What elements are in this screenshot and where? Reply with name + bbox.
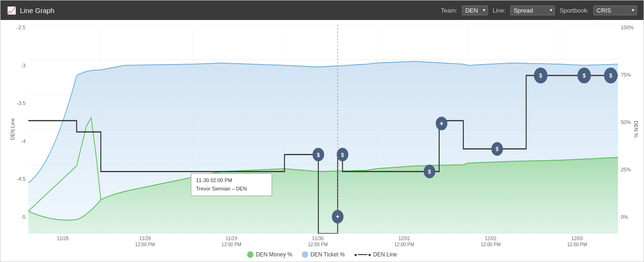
x-label-0: 11/28 — [57, 236, 69, 248]
header-left: 📈 Line Graph — [7, 6, 54, 15]
y-right-value-1: 100% — [621, 25, 634, 30]
chart-body: -2.5 -3 -3.5 -4 -4.5 -5 DEN Line — [0, 25, 644, 234]
x-label-2: 11/29 12:00 PM — [221, 236, 241, 248]
legend-item-ticket: DEN Ticket % — [302, 251, 345, 258]
line-select[interactable]: Spread Moneyline Over/Under — [510, 6, 555, 15]
legend-item-line: ◆ ◆ DEN Line — [354, 251, 397, 258]
y-left-value-4: -4 — [21, 138, 26, 144]
y-left-value-1: -2.5 — [17, 25, 26, 30]
y-right-value-4: 25% — [621, 167, 631, 172]
page-title: Line Graph — [20, 7, 54, 14]
team-select[interactable]: DEN OPP — [462, 6, 488, 15]
svg-text:$: $ — [583, 72, 585, 79]
legend-line-icon: ◆ ◆ — [354, 253, 371, 257]
legend-label-line: DEN Line — [373, 251, 397, 258]
x-axis: 11/28 11/28 12:00 PM 11/29 12:00 PM 11/3… — [0, 234, 644, 249]
legend-label-ticket: DEN Ticket % — [311, 251, 345, 258]
chart-area: -2.5 -3 -3.5 -4 -4.5 -5 DEN Line — [0, 20, 644, 262]
y-left-value-3: -3.5 — [17, 100, 26, 106]
svg-text:$: $ — [341, 151, 344, 158]
legend-label-money: DEN Money % — [256, 251, 293, 258]
x-label-3: 11/30 12:00 PM — [308, 236, 328, 248]
sportbook-label: Sportbook: — [559, 7, 589, 14]
chart-icon: 📈 — [7, 6, 16, 15]
y-left-value-2: -3 — [21, 63, 26, 68]
y-right-value-3: 50% — [621, 119, 631, 125]
legend-color-green — [247, 251, 254, 258]
svg-text:$: $ — [609, 72, 612, 79]
svg-text:$: $ — [317, 151, 319, 158]
y-axis-left-label: DEN Line — [10, 118, 15, 140]
x-label-6: 12/03 12:00 PM — [567, 236, 587, 248]
y-axis-right: 100% 75% 50% 25% 0% DEN % — [618, 25, 644, 234]
x-label-1: 11/28 12:00 PM — [135, 236, 155, 248]
main-chart-svg: $ $ + $ + $ — [28, 25, 618, 234]
x-label-4: 12/01 12:00 PM — [394, 236, 414, 248]
y-right-value-5: 0% — [621, 214, 628, 220]
svg-text:+: + — [440, 119, 443, 127]
line-select-wrapper[interactable]: Spread Moneyline Over/Under — [510, 6, 555, 15]
header-right: Team: DEN OPP Line: Spread Moneyline Ove… — [441, 6, 637, 15]
y-left-value-6: -5 — [21, 214, 26, 220]
team-select-wrapper[interactable]: DEN OPP — [462, 6, 488, 15]
y-right-value-2: 75% — [621, 72, 631, 78]
sportbook-select[interactable]: CRIS BOL BET SIA 5Dimes Pinnacle Consens… — [593, 6, 637, 15]
x-label-5: 12/02 12:00 PM — [481, 236, 501, 248]
svg-text:$: $ — [428, 168, 431, 175]
sportbook-select-wrapper[interactable]: CRIS BOL BET SIA 5Dimes Pinnacle Consens… — [593, 6, 637, 15]
legend: DEN Money % DEN Ticket % ◆ ◆ DEN Line — [0, 249, 644, 262]
legend-color-blue — [302, 251, 308, 258]
legend-item-money: DEN Money % — [247, 251, 293, 258]
y-axis-right-label: DEN % — [633, 121, 639, 138]
svg-text:$: $ — [496, 146, 499, 153]
svg-text:$: $ — [539, 72, 542, 79]
team-label: Team: — [441, 7, 457, 14]
y-axis-left: -2.5 -3 -3.5 -4 -4.5 -5 DEN Line — [0, 25, 28, 234]
main-container: 📈 Line Graph Team: DEN OPP Line: Spread … — [0, 0, 644, 262]
header: 📈 Line Graph Team: DEN OPP Line: Spread … — [0, 0, 644, 20]
graph-container: $ $ + $ + $ — [28, 25, 618, 234]
y-left-value-5: -4.5 — [17, 176, 26, 182]
line-label: Line: — [493, 7, 506, 14]
